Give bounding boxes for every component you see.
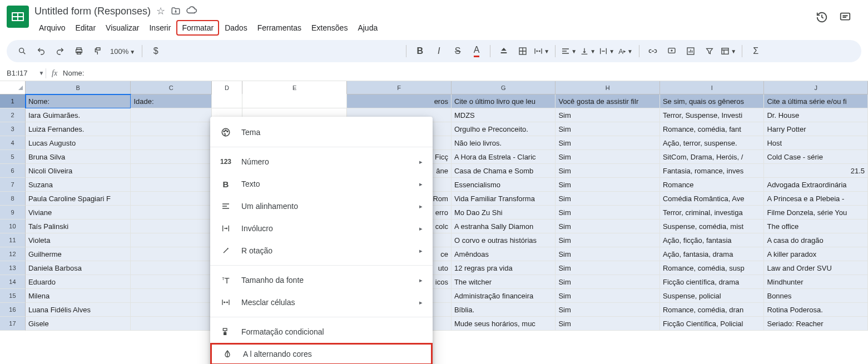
cell[interactable]: [131, 317, 212, 331]
cell[interactable]: Luana Fidélis Alves: [26, 303, 131, 317]
cell[interactable]: Administração financeira: [452, 289, 556, 303]
cell[interactable]: Terror, criminal, investiga: [660, 206, 765, 220]
cell[interactable]: [131, 233, 212, 247]
row-header[interactable]: 8: [0, 192, 26, 206]
col-header-C[interactable]: C: [131, 81, 212, 94]
cell[interactable]: Ação, fantasia, drama: [660, 247, 765, 261]
cell[interactable]: Filme Donzela, série You: [764, 206, 868, 220]
col-header-E[interactable]: E: [242, 81, 348, 94]
cell[interactable]: Ação, ficção, fantasia: [660, 233, 765, 247]
cell[interactable]: Ficção Científica, Policial: [660, 317, 765, 331]
cell[interactable]: Mo Dao Zu Shi: [452, 206, 556, 220]
col-header-F[interactable]: F: [347, 81, 452, 94]
text-wrap-icon[interactable]: ▼: [599, 43, 614, 59]
cell[interactable]: MDZS: [452, 108, 556, 122]
cell[interactable]: Taís Palinski: [26, 220, 131, 233]
cell[interactable]: Sim: [555, 220, 660, 233]
formula-bar[interactable]: Nome:: [63, 69, 84, 77]
cell[interactable]: [131, 220, 212, 233]
cell[interactable]: Amêndoas: [452, 247, 556, 261]
document-title[interactable]: Untitled form (Responses): [34, 6, 151, 17]
cell[interactable]: Violeta: [26, 233, 131, 247]
menu-dados[interactable]: Dados: [220, 21, 251, 34]
cell[interactable]: Romance, comédia, dran: [660, 303, 765, 317]
cell[interactable]: eros: [347, 94, 452, 108]
cell[interactable]: Sim: [555, 233, 660, 247]
insert-link-icon[interactable]: [645, 43, 661, 59]
col-header-J[interactable]: J: [764, 81, 868, 94]
cell[interactable]: Sim: [555, 108, 660, 122]
row-header[interactable]: 5: [0, 150, 26, 164]
cell[interactable]: The witcher: [452, 275, 556, 289]
cell[interactable]: [131, 247, 212, 261]
cell[interactable]: Idade:: [131, 94, 212, 108]
cell[interactable]: Orgulho e Preconceito.: [452, 122, 556, 136]
cell[interactable]: Suspense, policial: [660, 289, 765, 303]
italic-icon[interactable]: I: [431, 43, 447, 59]
menu-item-rotacao[interactable]: R otação ▸: [210, 240, 433, 262]
cell[interactable]: Vida Familiar Transforma: [452, 192, 556, 206]
menu-item-alternando-cores[interactable]: A l alternando cores: [210, 343, 433, 364]
cell[interactable]: A Princesa e a Plebeia -: [764, 192, 868, 206]
cloud-status-icon[interactable]: [186, 6, 197, 17]
zoom-select[interactable]: 100%▼: [109, 47, 136, 56]
cell[interactable]: Mindhunter: [764, 275, 868, 289]
history-icon[interactable]: [816, 11, 828, 23]
cell[interactable]: 12 regras pra vida: [452, 261, 556, 275]
cell[interactable]: Cold Case - série: [764, 150, 868, 164]
cell[interactable]: Nicoli Oliveira: [26, 164, 131, 178]
cell[interactable]: Romance, comédia, susp: [660, 261, 765, 275]
row-header[interactable]: 13: [0, 261, 26, 275]
cell[interactable]: Bíblia.: [452, 303, 556, 317]
cell[interactable]: [131, 289, 212, 303]
col-header-G[interactable]: G: [452, 81, 556, 94]
filter-icon[interactable]: [702, 43, 717, 59]
borders-icon[interactable]: [515, 43, 530, 59]
cell[interactable]: Ficção científica, drama: [660, 275, 765, 289]
menu-item-alinhamento[interactable]: Um alinhamento ▸: [210, 195, 433, 217]
cell[interactable]: A Hora da Estrela - Claric: [452, 150, 556, 164]
cell[interactable]: [131, 164, 212, 178]
text-color-icon[interactable]: A: [469, 43, 484, 59]
cell[interactable]: Sim: [555, 275, 660, 289]
strikethrough-icon[interactable]: S: [450, 43, 465, 59]
move-to-folder-icon[interactable]: [171, 6, 181, 16]
horizontal-align-icon[interactable]: ▼: [561, 43, 577, 59]
cell[interactable]: [131, 150, 212, 164]
menu-visualizar[interactable]: Visualizar: [101, 21, 143, 34]
cell[interactable]: Viviane: [26, 206, 131, 220]
col-header-I[interactable]: I: [660, 81, 765, 94]
cell[interactable]: Sim: [555, 261, 660, 275]
cell[interactable]: A estranha Sally Diamon: [452, 220, 556, 233]
col-header-B[interactable]: B: [26, 81, 131, 94]
cell[interactable]: O corvo e outras histórias: [452, 233, 556, 247]
format-currency-icon[interactable]: $: [148, 43, 163, 59]
cell[interactable]: Seriado: Reacher: [764, 317, 868, 331]
cell[interactable]: Sim: [555, 192, 660, 206]
paint-format-icon[interactable]: [90, 43, 106, 59]
menu-inserir[interactable]: Inserir: [145, 21, 175, 34]
insert-chart-icon[interactable]: [683, 43, 698, 59]
menu-formatar[interactable]: Formatar: [176, 20, 219, 36]
cell[interactable]: A killer paradox: [764, 247, 868, 261]
cell[interactable]: Essencialismo: [452, 178, 556, 192]
menu-item-tamanho-fonte[interactable]: тT Tamanho da fonte ▸: [210, 269, 433, 291]
redo-icon[interactable]: [52, 43, 68, 59]
cell[interactable]: Rotina Poderosa.: [764, 303, 868, 317]
cell[interactable]: Sim: [555, 247, 660, 261]
table-view-icon[interactable]: ▼: [721, 43, 736, 59]
row-header[interactable]: 15: [0, 289, 26, 303]
cell[interactable]: Suzana: [26, 178, 131, 192]
row-header[interactable]: 16: [0, 303, 26, 317]
row-header[interactable]: 7: [0, 178, 26, 192]
cell[interactable]: Law and Order SVU: [764, 261, 868, 275]
cell[interactable]: Sim: [555, 178, 660, 192]
cell[interactable]: Casa de Chama e Somb: [452, 164, 556, 178]
cell[interactable]: Sim: [555, 289, 660, 303]
row-header[interactable]: 10: [0, 220, 26, 233]
row-header[interactable]: 17: [0, 317, 26, 331]
menu-item-formatacao-condicional[interactable]: Formatação condicional: [210, 321, 433, 343]
cell[interactable]: Lucas Augusto: [26, 136, 131, 150]
row-header[interactable]: 6: [0, 164, 26, 178]
cell[interactable]: Sim: [555, 164, 660, 178]
